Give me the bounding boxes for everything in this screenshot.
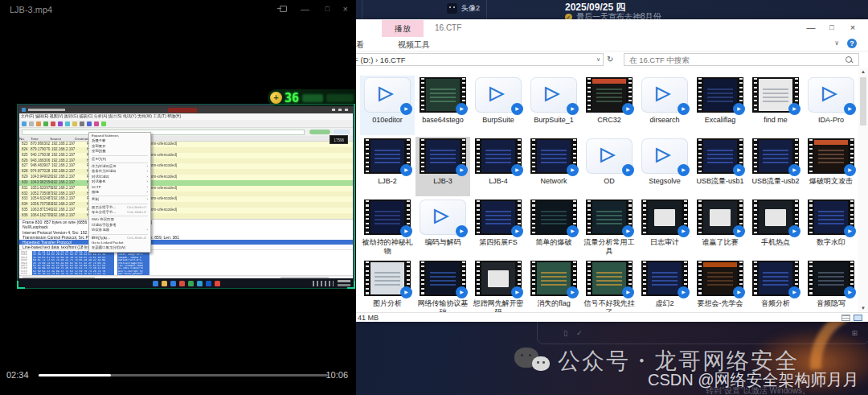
wireshark-icon [22,108,26,112]
refresh-icon[interactable]: ↻ [607,55,613,64]
file-tile[interactable]: ▷▶BurpSuite_1 [526,76,581,135]
search-input[interactable]: 在 16.CTF 中搜索 [624,53,859,66]
file-name: USB流量-usb1 [693,177,747,186]
file-tile[interactable]: ▶音频分析 [748,259,803,312]
video-thumbnail-generic: ▷▶ [420,200,466,235]
video-thumbnail-filmstrip: ▶ [475,261,522,296]
file-tile[interactable]: ▶信号不好我先挂了 [582,259,637,312]
video-thumbnail-filmstrip: ▶ [697,77,743,113]
file-tile[interactable]: ▶Network [526,137,581,196]
play-icon: ▷ [600,143,615,165]
video-thumbnail-filmstrip: ▶ [752,77,799,113]
file-tile[interactable]: ▶图片分析 [360,259,415,312]
play-badge-icon: ▶ [678,225,690,237]
badge-number: 36 [285,91,299,105]
close-button[interactable]: × [845,22,860,34]
file-tile[interactable]: ▶简单的爆破 [526,198,581,257]
scroll-down-icon[interactable]: ▼ [858,306,868,311]
toolbar-icon [22,121,27,126]
packet-details: Frame 830: 857 bytes on wire (6856 bits)… [19,219,353,249]
toolbar-icon [87,121,92,126]
video-thumbnail-filmstrip: ▶ [530,138,577,174]
vertical-scrollbar[interactable]: ▲ ▼ [858,68,868,312]
file-tile[interactable]: ▶谁赢了比赛 [693,198,747,257]
file-tile[interactable]: ▶Excaliflag [693,76,747,135]
player-timeline[interactable]: 02:34 10:06 [0,366,356,385]
file-tile[interactable]: ▷▶dirsearch [637,76,692,135]
play-badge-icon: ▶ [678,164,690,176]
player-close-button[interactable]: × [343,4,348,14]
play-icon: ▷ [822,82,837,104]
play-badge-icon: ▶ [733,286,745,298]
tab-play[interactable]: 播放 [382,20,424,37]
packet-row: 828974.877028192.168.2.197HTTP/1.1 200 O… [19,169,353,175]
file-tile[interactable]: ▶手机热点 [748,198,803,257]
pin-icon[interactable] [280,6,287,12]
video-thumbnail-filmstrip: ▶ [475,138,522,174]
seek-bar[interactable] [39,374,328,376]
file-tile[interactable]: ▶网络传输协议基础 [416,259,470,312]
file-tile[interactable]: ▷▶IDA-Pro [804,76,858,135]
file-tile[interactable]: ▷▶OD [582,137,637,196]
file-tile[interactable]: ▷▶010editor [360,76,415,135]
file-tile[interactable]: ▶虚幻2 [637,259,692,312]
file-tile[interactable]: ▶流量分析常用工具 [582,198,637,257]
file-tile[interactable]: ▶第四拓展FS [471,198,526,257]
file-name: LJB-3 [416,177,470,186]
file-tile[interactable]: ▶被劫持的神秘礼物 [360,198,415,257]
thumbnail-view-icon[interactable] [854,315,862,321]
search-icon[interactable] [845,56,853,64]
collapse-ribbon-icon[interactable]: ∨ [834,39,839,47]
play-badge-icon: ▶ [567,225,579,237]
file-name: BurpSuite [471,116,526,125]
player-maximize-button[interactable]: □ [326,5,330,13]
play-badge-icon: ▶ [511,164,523,176]
chevron-down-icon[interactable]: ∨ [596,56,600,63]
file-tile[interactable]: ▶LJB-2 [360,137,415,196]
video-player-window[interactable]: LJB-3.mp4 — □ × + 36 文件(F) 编辑(E) 视图(V) 跳… [0,0,356,395]
scroll-up-icon[interactable]: ▲ [858,69,868,74]
address-bar: 此电脑 › 软件 (D:) › 16.CTF ∨ ↻ 在 16.CTF 中搜索 [356,51,868,68]
file-name: 图片分析 [360,299,415,308]
file-tile[interactable]: ▷▶Stegsolve [637,137,692,196]
file-name: 音频隐写 [804,299,858,308]
minimize-button[interactable]: — [804,22,818,34]
play-badge-icon: ▶ [400,103,412,115]
total-time: 10:06 [326,370,348,380]
file-tile[interactable]: ▷▶编码与解码 [416,198,470,257]
file-tile[interactable]: ▶消失的flag [526,259,581,312]
scrollbar-thumb[interactable] [860,77,866,125]
file-tile[interactable]: ▷▶BurpSuite [471,76,526,135]
trash-icon: ▯ [563,329,567,337]
file-tile[interactable]: ▶数字水印 [804,198,858,257]
breadcrumb[interactable]: 此电脑 › 软件 (D:) › 16.CTF ∨ [332,53,604,66]
file-tile[interactable]: ▶想蹭网先解开密码 [471,259,526,312]
file-tile[interactable]: ▶音频隐写 [804,259,858,312]
list-view-icon[interactable] [841,315,850,321]
help-icon[interactable]: ? [847,39,857,48]
file-tile[interactable]: ▶LJB-3 [416,137,470,196]
toolbar-icon [72,121,77,126]
maximize-button[interactable]: □ [825,22,839,34]
play-badge-icon: ▶ [400,286,412,298]
player-minimize-button[interactable]: — [301,4,309,14]
file-tile[interactable]: ▶USB流量-usb1 [693,137,747,196]
file-tile[interactable]: ▶爆破明文攻击 [804,137,858,196]
file-name: Excaliflag [693,116,747,125]
toolbar-icon [36,121,41,126]
file-name: 手机热点 [748,238,803,247]
file-name: 信号不好我先挂了 [582,299,637,312]
file-tile[interactable]: ▶LJB-4 [471,137,526,196]
file-tile[interactable]: ▶CRC32 [582,76,637,135]
file-tile[interactable]: ▶base64stego [416,76,470,135]
file-tile[interactable]: ▶find me [748,76,803,135]
file-tile[interactable]: ▶要想会-先学会 [693,259,747,312]
video-thumbnail-filmstrip: ▶ [364,200,411,235]
tab-video-tools[interactable]: 视频工具 [398,39,430,51]
video-thumbnail-filmstrip: ▶ [641,261,688,296]
file-tile[interactable]: ▶USB流量-usb2 [748,137,803,196]
video-thumbnail-filmstrip: ▶ [530,261,577,296]
packet-row: 8311051.620979192.168.2.197POST / HTTP/1… [19,186,353,191]
play-badge-icon: ▶ [567,286,579,298]
file-tile[interactable]: ▶日志审计 [637,198,692,257]
